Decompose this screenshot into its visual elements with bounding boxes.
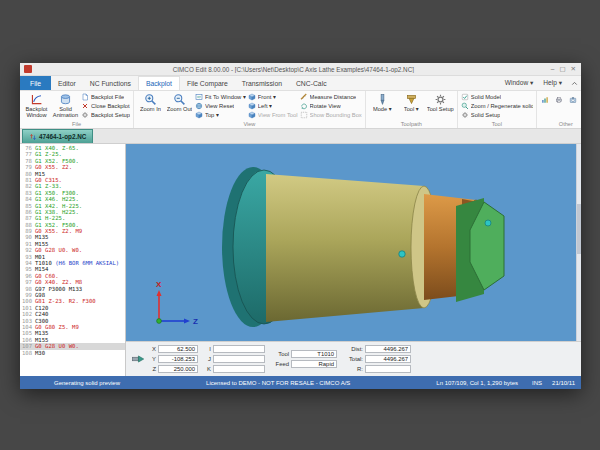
zoom-out-icon (173, 93, 186, 106)
fit-to-window-button[interactable]: Fit To Window ▾ (195, 92, 246, 101)
tab-file[interactable]: File (20, 76, 51, 90)
mode-button[interactable]: Mode ▾ (368, 92, 397, 112)
solid-model-button[interactable]: Solid Model (461, 92, 533, 101)
tab-editor[interactable]: Editor (51, 76, 83, 90)
axes-indicator: X Z (156, 280, 198, 326)
status-message: Generating solid preview (54, 380, 120, 386)
document-tab[interactable]: 47464-1-op2.NC (22, 129, 93, 143)
lathe-tool-icon (405, 93, 418, 106)
measure-distance-label: Measure Distance (310, 94, 357, 100)
close-backplot-button[interactable]: Close Backplot (81, 101, 130, 110)
gear-icon (434, 93, 447, 106)
cursor-position: Ln 107/109, Col 1, 1,290 bytes (436, 380, 518, 386)
backplot-viewport[interactable]: X Z (126, 144, 581, 341)
tab-cnc-calc[interactable]: CNC-Calc (289, 76, 334, 90)
zoom-regenerate-solid-button[interactable]: Zoom / Regenerate solid (461, 101, 533, 110)
menu-help[interactable]: Help ▾ (538, 76, 567, 90)
axis-x-label: X (156, 280, 162, 289)
collapse-ribbon-button[interactable] (567, 76, 581, 90)
statistics-button[interactable] (539, 94, 551, 106)
code-line[interactable]: 108M30 (20, 350, 125, 356)
cube-icon (248, 102, 256, 110)
coord-label-i: I (205, 346, 211, 352)
top-view-label: Top ▾ (205, 112, 219, 118)
zoom-in-button[interactable]: Zoom In (136, 92, 165, 112)
backplot-file-button[interactable]: Backplot File (81, 92, 130, 101)
top-view-button[interactable]: Top ▾ (195, 110, 246, 119)
document-tab-bar: 47464-1-op2.NC (20, 129, 581, 144)
tool-label: Tool ▾ (404, 106, 419, 112)
rotate-icon (300, 102, 308, 110)
fit-icon (195, 93, 203, 101)
coord-field-tool: T1010 (291, 350, 337, 358)
line-number: 108 (20, 350, 32, 356)
license-text: Licensed to DEMO - NOT FOR RESALE - CIMC… (120, 380, 436, 386)
ribbon-group-label: Toolpath (368, 121, 455, 128)
ribbon-group-tool: Solid ModelZoom / Regenerate solidSolid … (458, 91, 537, 128)
maximize-button[interactable]: ▢ (559, 65, 565, 73)
coord-label-k: K (205, 366, 211, 372)
coord-field-i (213, 345, 265, 353)
tab-transmission[interactable]: Transmission (235, 76, 289, 90)
hole (399, 251, 405, 257)
coord-field-dist: 4496.267 (365, 345, 411, 353)
coord-field-j (213, 355, 265, 363)
coord-column: IJK (205, 345, 265, 374)
nc-file-icon (29, 133, 37, 141)
solid-animation-button[interactable]: Solid Animation (51, 92, 80, 118)
measure-distance-button[interactable]: Measure Distance (300, 92, 362, 101)
coord-field-x: 62.500 (158, 345, 198, 353)
menu-window[interactable]: Window ▾ (500, 76, 539, 90)
coord-label-total: Total: (344, 356, 363, 362)
snapshot-button[interactable] (567, 94, 579, 106)
left-view-button[interactable]: Left ▾ (248, 101, 298, 110)
ribbon-group-view: Zoom InZoom OutFit To Window ▾View Reset… (134, 91, 366, 128)
tool-setup-label: Tool Setup (427, 106, 454, 112)
rotate-view-button[interactable]: Rotate View (300, 101, 362, 110)
front-view-button[interactable]: Front ▾ (248, 92, 298, 101)
print-icon (555, 96, 563, 104)
ribbon-group-label: Other (539, 121, 581, 128)
backplot-setup-button[interactable]: Backplot Setup (81, 110, 130, 119)
solid-setup-label: Solid Setup (471, 112, 501, 118)
ribbon-group-file: Backplot WindowSolid AnimationBackplot F… (20, 91, 134, 128)
tool-setup-button[interactable]: Tool Setup (426, 92, 455, 112)
zoom-out-button[interactable]: Zoom Out (165, 92, 194, 112)
insert-mode-indicator: INS (532, 380, 542, 386)
minimize-button[interactable]: – (551, 65, 555, 73)
coord-field-k (213, 365, 265, 373)
backplot-window-button[interactable]: Backplot Window (22, 92, 51, 118)
mill-tool-icon (376, 93, 389, 106)
solid-setup-button[interactable]: Solid Setup (461, 110, 533, 119)
nc-code-editor[interactable]: 76G1 X40. Z-65.77G1 Z-25.78G1 X52. F500.… (20, 144, 126, 376)
desktop-background: CIMCO Edit 8.00.00 - [C:\Users\Net\Deskt… (0, 0, 600, 450)
tab-nc-functions[interactable]: NC Functions (83, 76, 138, 90)
backplot-file-icon (81, 93, 89, 101)
title-bar[interactable]: CIMCO Edit 8.00.00 - [C:\Users\Net\Deskt… (20, 63, 581, 76)
ribbon-group-other: Other (537, 91, 581, 128)
coord-column: X62.500Y-108.253Z250.000 (148, 345, 198, 374)
coord-label-feed: Feed (272, 361, 289, 367)
close-backplot-label: Close Backplot (91, 103, 130, 109)
backplot-window-icon (30, 93, 43, 106)
bbox-icon (300, 111, 308, 119)
print-button[interactable] (553, 94, 565, 106)
coord-label-z: Z (148, 366, 156, 372)
left-view-label: Left ▾ (258, 103, 272, 109)
tool-button[interactable]: Tool ▾ (397, 92, 426, 112)
front-view-label: Front ▾ (258, 94, 276, 100)
view-reset-button[interactable]: View Reset (195, 101, 246, 110)
close-button[interactable]: ✕ (571, 65, 576, 73)
status-date: 21/10/11 (552, 380, 575, 386)
zoom-out-label: Zoom Out (167, 106, 192, 112)
fit-to-window-label: Fit To Window ▾ (205, 94, 246, 100)
window-title: CIMCO Edit 8.00.00 - [C:\Users\Net\Deskt… (36, 66, 551, 73)
snapshot-icon (569, 96, 577, 104)
viewport-scrollbar[interactable] (576, 144, 581, 341)
solid-model-label: Solid Model (471, 94, 501, 100)
mode-label: Mode ▾ (373, 106, 392, 112)
document-tab-label: 47464-1-op2.NC (39, 133, 86, 140)
tab-backplot[interactable]: Backplot (138, 76, 180, 90)
axis-z-label: Z (193, 317, 198, 326)
tab-file-compare[interactable]: File Compare (180, 76, 235, 90)
